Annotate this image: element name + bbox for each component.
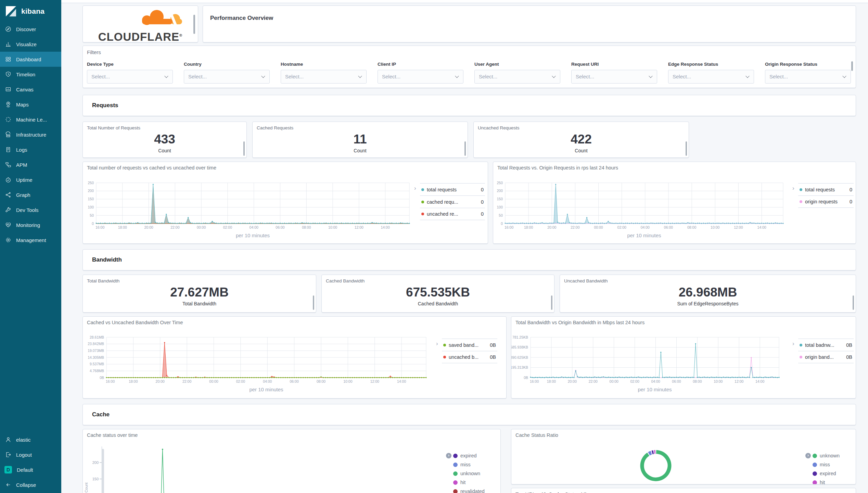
legend-dot: [813, 454, 817, 458]
filter-select-hostname[interactable]: Select...: [281, 70, 367, 84]
sidebar-item-graph[interactable]: Graph: [0, 187, 61, 202]
sidebar-item-canvas[interactable]: Canvas: [0, 82, 61, 97]
sidebar-item-label: Default: [17, 467, 33, 473]
legend-collapse-icon[interactable]: ›: [792, 186, 794, 191]
legend-collapse-icon[interactable]: ›: [792, 341, 794, 346]
legend-expand-icon[interactable]: ›: [805, 453, 811, 458]
legend-item[interactable]: total requests0: [420, 183, 485, 195]
filters-panel: Filters Device TypeSelect...CountrySelec…: [82, 46, 856, 88]
sidebar-item-space-default[interactable]: DDefault: [0, 462, 61, 477]
svg-text:100: 100: [88, 205, 94, 209]
panel-scrollbar[interactable]: [851, 61, 853, 71]
svg-text:06:00: 06:00: [672, 379, 681, 383]
legend-dot: [453, 489, 458, 493]
panel-scrollbar[interactable]: [551, 295, 552, 310]
sidebar-item-apm[interactable]: APM: [0, 157, 61, 172]
legend-item[interactable]: uncached re...0: [420, 208, 485, 220]
sidebar-item-maps[interactable]: Maps: [0, 97, 61, 112]
sidebar-item-management[interactable]: Management: [0, 232, 61, 248]
metric-value: 26.968MB: [560, 285, 856, 300]
panel-scrollbar[interactable]: [102, 449, 104, 493]
filter-label: User Agent: [474, 62, 560, 68]
legend-expand-icon[interactable]: ›: [446, 453, 451, 458]
svg-text:16:00: 16:00: [505, 225, 513, 229]
metric-cached-requests: Cached Requests 11 Count: [252, 122, 468, 158]
panel-scrollbar[interactable]: [853, 295, 854, 310]
legend-item[interactable]: hit: [453, 478, 485, 487]
panel-scrollbar[interactable]: [193, 15, 195, 34]
chevron-down-icon: [745, 74, 749, 78]
legend-dot: [813, 480, 817, 485]
svg-text:16:00: 16:00: [95, 225, 104, 229]
filter-select-client-ip[interactable]: Select...: [378, 70, 463, 84]
legend-item[interactable]: cached requ...0: [420, 195, 485, 208]
legend-item[interactable]: hit: [813, 478, 840, 484]
sidebar-item-label: Dashboard: [16, 56, 41, 62]
maps-icon: [5, 101, 11, 108]
legend-item[interactable]: origin band...0B: [798, 351, 854, 363]
sidebar-item-logs[interactable]: Logs: [0, 142, 61, 157]
chevron-down-icon: [552, 74, 556, 78]
legend-item[interactable]: total requests0: [798, 183, 854, 195]
sidebar-item-user[interactable]: elastic: [0, 432, 61, 447]
chevron-down-icon: [649, 74, 652, 78]
legend-collapse-icon[interactable]: ›: [436, 341, 438, 346]
panel-scrollbar[interactable]: [243, 141, 245, 156]
legend-item[interactable]: miss: [813, 460, 840, 469]
filter-select-country[interactable]: Select...: [184, 70, 270, 84]
collapse-icon: [5, 482, 11, 488]
legend-dot: [813, 471, 817, 476]
legend-item[interactable]: expired: [453, 451, 485, 460]
legend-item[interactable]: origin requests0: [798, 195, 854, 208]
legend-dot: [421, 201, 424, 203]
management-icon: [5, 237, 11, 243]
sidebar-item-logout[interactable]: Logout: [0, 447, 61, 462]
legend-dot: [453, 463, 458, 467]
filter-select-origin-response-status[interactable]: Select...: [765, 70, 851, 84]
legend-item[interactable]: revalidated: [453, 487, 485, 493]
legend-item[interactable]: unknown: [813, 451, 840, 460]
filter-select-device-type[interactable]: Select...: [87, 70, 173, 84]
legend-item[interactable]: unknown: [453, 469, 485, 478]
sidebar-item-uptime[interactable]: Uptime: [0, 172, 61, 187]
sidebar-item-timelion[interactable]: Timelion: [0, 67, 61, 82]
svg-text:per 10 minutes: per 10 minutes: [638, 387, 672, 392]
section-title: Cache: [92, 404, 110, 425]
filter-select-user-agent[interactable]: Select...: [474, 70, 560, 84]
legend-collapse-icon[interactable]: ›: [414, 186, 416, 191]
sidebar-item-discover[interactable]: Discover: [0, 22, 61, 37]
panel-scrollbar[interactable]: [686, 141, 687, 156]
graph-icon: [5, 192, 11, 198]
sidebar-item-monitoring[interactable]: Monitoring: [0, 217, 61, 232]
legend-label: miss: [460, 462, 471, 467]
svg-text:22:00: 22:00: [182, 379, 191, 383]
panel-scrollbar[interactable]: [464, 141, 466, 156]
svg-text:00:00: 00:00: [209, 379, 218, 383]
sidebar-item-collapse[interactable]: Collapse: [0, 477, 61, 492]
sidebar-item-visualize[interactable]: Visualize: [0, 37, 61, 52]
legend-label: total requests: [427, 187, 457, 192]
sidebar-item-infrastructure[interactable]: Infrastructure: [0, 127, 61, 142]
chart-title: Top URIs with Cache Status Miss: [515, 491, 591, 493]
legend-item[interactable]: miss: [453, 460, 485, 469]
legend-item[interactable]: total badnw...0B: [798, 339, 854, 351]
sidebar-item-ml[interactable]: Machine Le...: [0, 112, 61, 127]
sidebar-item-label: Visualize: [16, 41, 37, 47]
legend-item[interactable]: saved band...0B: [442, 339, 497, 351]
metric-uncached-requests: Uncached Requests 422 Count: [473, 122, 689, 158]
filter-select-request-uri[interactable]: Select...: [571, 70, 657, 84]
chevron-down-icon: [358, 74, 362, 78]
legend-item[interactable]: expired: [813, 469, 840, 478]
panel-scrollbar[interactable]: [313, 295, 314, 310]
legend-label: cached requ...: [427, 199, 458, 205]
sidebar-item-label: Maps: [16, 102, 29, 108]
legend-item[interactable]: uncached b...0B: [442, 351, 497, 363]
svg-text:150: 150: [92, 477, 99, 481]
legend-dot: [443, 344, 446, 346]
legend-value: 0B: [846, 354, 854, 360]
kibana-brand[interactable]: kibana: [0, 0, 61, 22]
filter-select-edge-response-status[interactable]: Select...: [668, 70, 754, 84]
sidebar-item-dashboard[interactable]: Dashboard: [0, 52, 61, 67]
sidebar-item-devtools[interactable]: Dev Tools: [0, 202, 61, 217]
legend-label: expired: [460, 453, 477, 458]
